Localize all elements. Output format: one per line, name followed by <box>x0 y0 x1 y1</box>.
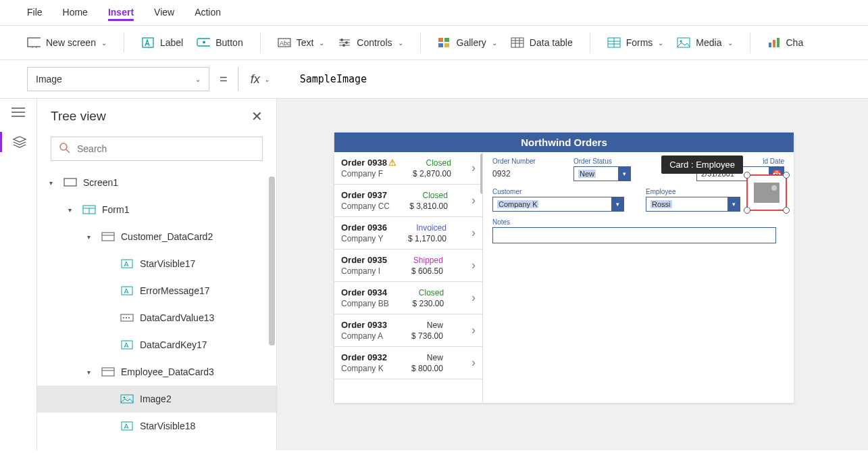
svg-point-11 <box>340 39 343 41</box>
media-dropdown[interactable]: Media ⌄ <box>677 36 732 49</box>
svg-rect-0 <box>28 38 41 47</box>
tree-node-starvisible17[interactable]: StarVisible17 <box>37 250 276 277</box>
menu-view[interactable]: View <box>154 5 174 21</box>
customer-select[interactable]: Company K ▾ <box>492 197 624 212</box>
svg-point-28 <box>680 41 682 43</box>
screen-icon <box>27 36 41 49</box>
search-icon <box>59 143 70 156</box>
warning-icon: ⚠ <box>388 158 397 168</box>
scrollbar-thumb[interactable] <box>269 176 275 345</box>
tree-node-image2[interactable]: Image2 <box>37 385 276 412</box>
order-list-item[interactable]: Order 0933Company ANew$ 736.00› <box>334 314 482 347</box>
order-company: Company K <box>341 364 387 373</box>
tree-view-tab[interactable] <box>0 132 36 152</box>
menu-home[interactable]: Home <box>63 5 88 21</box>
order-list-item[interactable]: Order 0934Company BBClosed$ 230.00› <box>334 282 482 314</box>
svg-rect-52 <box>121 395 133 403</box>
resize-handle[interactable] <box>783 207 790 214</box>
chart-icon <box>767 36 781 49</box>
formula-input[interactable] <box>292 67 841 91</box>
card-tooltip: Card : Employee <box>661 156 743 174</box>
order-list-item[interactable]: Order 0936Company YInvoiced$ 1,170.00› <box>334 217 482 249</box>
tree-node-starvisible18[interactable]: StarVisible18 <box>37 412 276 439</box>
resize-handle[interactable] <box>783 172 790 178</box>
tree-node-label: Employee_DataCard3 <box>121 366 214 377</box>
gallery-dropdown[interactable]: Gallery ⌄ <box>438 36 497 49</box>
chevron-down-icon: ⌄ <box>195 76 201 83</box>
equals-label: = <box>220 72 228 87</box>
chevron-right-icon: › <box>471 323 476 337</box>
resize-handle[interactable] <box>744 207 750 214</box>
formula-bar: Image ⌄ = fx⌄ <box>0 60 868 99</box>
chevron-down-icon: ▾ <box>727 197 740 211</box>
order-list-item[interactable]: Order 0938⚠Company FClosed$ 2,870.00› <box>334 152 482 185</box>
app-title: Northwind Orders <box>334 133 794 152</box>
controls-dropdown[interactable]: Controls ⌄ <box>338 36 403 49</box>
tree-node-screen1[interactable]: ▾Screen1 <box>37 169 276 196</box>
tree-node-errormessage17[interactable]: ErrorMessage17 <box>37 277 276 304</box>
menu-action[interactable]: Action <box>195 5 221 21</box>
tree-node-label: DataCardKey17 <box>140 339 207 350</box>
order-status: Invoiced <box>416 223 446 233</box>
order-amount: $ 3,810.00 <box>409 201 448 211</box>
table-icon <box>511 36 524 49</box>
order-status: New <box>427 353 443 362</box>
data-table-button[interactable]: Data table <box>511 36 573 49</box>
chevron-right-icon: › <box>471 291 476 305</box>
order-status-label: Order Status <box>573 158 631 165</box>
chart-dropdown[interactable]: Cha <box>767 36 804 49</box>
tree-node-label: Screen1 <box>83 177 118 188</box>
canvas[interactable]: Northwind Orders Order 0938⚠Company FClo… <box>277 99 868 450</box>
button-button[interactable]: Button <box>197 36 242 49</box>
label-button[interactable]: Label <box>141 36 183 49</box>
order-company: Company I <box>341 266 387 276</box>
order-list-item[interactable]: Order 0937Company CCClosed$ 3,810.00› <box>334 185 482 217</box>
employee-select[interactable]: Rossi ▾ <box>646 197 740 212</box>
menu-insert[interactable]: Insert <box>108 5 134 21</box>
order-gallery[interactable]: Order 0938⚠Company FClosed$ 2,870.00›Ord… <box>334 152 483 402</box>
image-icon <box>120 394 134 404</box>
input-icon <box>120 312 134 323</box>
label-icon <box>141 36 155 49</box>
svg-point-48 <box>128 317 130 318</box>
tree-node-form1[interactable]: ▾Form1 <box>37 196 276 223</box>
search-input[interactable] <box>77 143 254 154</box>
property-selector[interactable]: Image ⌄ <box>27 67 209 91</box>
order-list-item[interactable]: Order 0932Company KNew$ 800.00› <box>334 347 482 379</box>
new-screen-button[interactable]: New screen ⌄ <box>27 36 107 49</box>
hamburger-icon[interactable] <box>11 107 25 120</box>
notes-label: Notes <box>492 218 784 226</box>
tree-search[interactable] <box>51 137 263 161</box>
svg-rect-27 <box>678 38 690 47</box>
tree-node-employee_datacard3[interactable]: ▾Employee_DataCard3 <box>37 358 276 385</box>
chevron-down-icon: ▾ <box>611 197 623 211</box>
label-icon <box>120 258 134 269</box>
order-list-item[interactable]: Order 0935Company IShipped$ 606.50› <box>334 249 482 282</box>
order-company: Company CC <box>341 201 390 211</box>
menu-file[interactable]: File <box>27 5 43 21</box>
notes-input[interactable] <box>492 227 776 243</box>
close-icon[interactable]: ✕ <box>251 108 263 124</box>
chevron-right-icon: › <box>471 193 476 208</box>
image2-control[interactable] <box>746 174 787 211</box>
order-company: Company BB <box>341 299 389 308</box>
tree-node-datacardvalue13[interactable]: DataCardValue13 <box>37 304 276 331</box>
resize-handle[interactable] <box>744 172 750 178</box>
order-amount: $ 736.00 <box>411 331 443 341</box>
order-company: Company A <box>341 331 387 341</box>
order-number: Order 0935 <box>341 255 387 265</box>
order-number: Order 0938⚠ <box>341 158 397 168</box>
forms-dropdown[interactable]: Forms ⌄ <box>607 36 664 49</box>
fx-button[interactable]: fx⌄ <box>238 67 282 91</box>
insert-ribbon: New screen ⌄ Label Button Abc Text ⌄ Con… <box>0 26 868 60</box>
svg-line-36 <box>66 149 70 153</box>
tree-node-customer_datacard2[interactable]: ▾Customer_DataCard2 <box>37 223 276 250</box>
text-dropdown[interactable]: Abc Text ⌄ <box>278 36 325 49</box>
order-status: Closed <box>426 158 451 168</box>
chevron-down-icon: ⌄ <box>319 39 324 47</box>
employee-label: Employee <box>646 188 740 195</box>
tree-node-datacardkey17[interactable]: DataCardKey17 <box>37 331 276 358</box>
customer-label: Customer <box>492 188 624 195</box>
order-status-select[interactable]: New ▾ <box>573 166 631 181</box>
forms-icon <box>607 36 621 49</box>
